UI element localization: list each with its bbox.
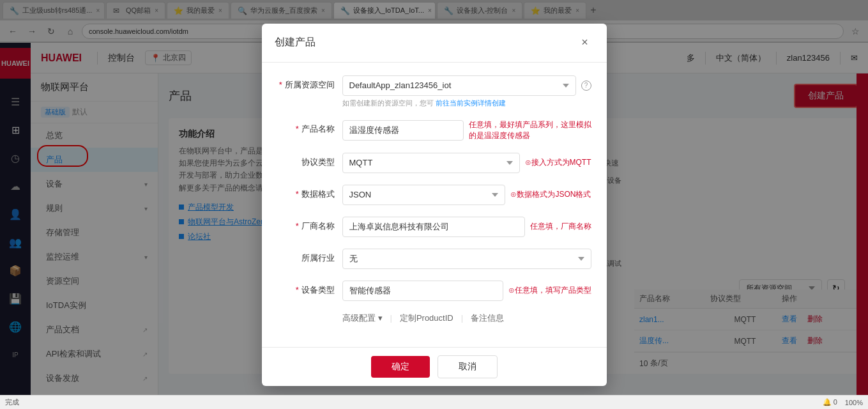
- resource-space-field[interactable]: DefaultApp_zlan123456_iot: [342, 75, 576, 96]
- modal-title: 创建产品: [275, 36, 316, 49]
- status-notifications: 🔔 0: [823, 398, 837, 406]
- remarks-link[interactable]: 备注信息: [471, 313, 504, 324]
- data-format-wrapper: JSON ⊙数据格式为JSON格式: [342, 185, 591, 205]
- form-row-industry: 所属行业 无: [277, 249, 591, 269]
- device-type-note: ⊙任意填，填写产品类型: [508, 285, 591, 296]
- form-row-resource: 所属资源空间 DefaultApp_zlan123456_iot ? 如需创建新…: [277, 75, 591, 108]
- resource-space-hint: 如需创建新的资源空间，您可 前往当前实例详情创建: [342, 98, 591, 108]
- modal-overlay[interactable]: 创建产品 × 所属资源空间 DefaultApp_zlan123456_iot …: [0, 0, 868, 409]
- resource-space-wrapper: DefaultApp_zlan123456_iot ? 如需创建新的资源空间，您…: [342, 75, 591, 108]
- cancel-button[interactable]: 取消: [438, 355, 498, 378]
- advanced-divider2: |: [461, 313, 463, 323]
- advanced-arrow-icon: ▾: [378, 313, 383, 323]
- status-bar: 完成 🔔 0 100%: [0, 395, 868, 409]
- modal-footer: 确定 取消: [262, 347, 607, 386]
- protocol-label: 协议类型: [277, 153, 335, 168]
- data-format-label: 数据格式: [277, 185, 335, 200]
- industry-label: 所属行业: [277, 249, 335, 264]
- data-format-select[interactable]: JSON: [342, 185, 506, 205]
- manufacturer-label: 厂商名称: [277, 217, 335, 232]
- confirm-button[interactable]: 确定: [371, 356, 430, 378]
- advanced-config-btn[interactable]: 高级配置 ▾: [342, 313, 383, 324]
- protocol-select[interactable]: MQTT: [342, 153, 520, 173]
- status-zoom: 100%: [845, 399, 863, 406]
- industry-select[interactable]: 无: [342, 249, 591, 269]
- advanced-config-row: 高级配置 ▾ | 定制ProductID | 备注信息: [277, 313, 591, 324]
- customize-product-id-link[interactable]: 定制ProductID: [400, 313, 453, 324]
- form-row-device-type: 设备类型 ⊙任意填，填写产品类型: [277, 281, 591, 301]
- data-format-note: ⊙数据格式为JSON格式: [510, 189, 591, 200]
- manufacturer-note: 任意填，厂商名称: [530, 221, 591, 232]
- product-name-note: 任意填，最好填产品系列，这里模拟的是温湿度传感器: [469, 120, 597, 141]
- modal-body: 所属资源空间 DefaultApp_zlan123456_iot ? 如需创建新…: [262, 63, 607, 347]
- status-text: 完成: [5, 397, 19, 407]
- resource-space-hint-link[interactable]: 前往当前实例详情创建: [436, 99, 506, 107]
- modal-header: 创建产品 ×: [262, 24, 607, 63]
- manufacturer-wrapper: 任意填，厂商名称: [342, 217, 591, 237]
- device-type-wrapper: ⊙任意填，填写产品类型: [342, 281, 591, 301]
- form-row-product-name: 产品名称 任意填，最好填产品系列，这里模拟的是温湿度传感器: [277, 120, 591, 141]
- modal-close-btn[interactable]: ×: [576, 34, 594, 52]
- protocol-note: ⊙接入方式为MQTT: [525, 157, 591, 168]
- industry-wrapper: 无: [342, 249, 591, 269]
- manufacturer-input[interactable]: [342, 217, 525, 237]
- product-name-label: 产品名称: [277, 120, 335, 135]
- device-type-label: 设备类型: [277, 281, 335, 296]
- resource-space-input-row: DefaultApp_zlan123456_iot ?: [342, 75, 591, 96]
- advanced-divider: |: [390, 313, 392, 323]
- product-name-wrapper: 任意填，最好填产品系列，这里模拟的是温湿度传感器: [342, 120, 591, 141]
- product-name-input[interactable]: [342, 120, 464, 141]
- device-type-input[interactable]: [342, 281, 503, 301]
- resource-space-label: 所属资源空间: [277, 75, 335, 91]
- form-row-data-format: 数据格式 JSON ⊙数据格式为JSON格式: [277, 185, 591, 205]
- form-row-manufacturer: 厂商名称 任意填，厂商名称: [277, 217, 591, 237]
- protocol-wrapper: MQTT ⊙接入方式为MQTT: [342, 153, 591, 173]
- status-right: 🔔 0 100%: [823, 398, 863, 406]
- create-product-modal: 创建产品 × 所属资源空间 DefaultApp_zlan123456_iot …: [262, 24, 607, 386]
- form-row-protocol: 协议类型 MQTT ⊙接入方式为MQTT: [277, 153, 591, 173]
- resource-space-help-icon[interactable]: ?: [581, 81, 591, 91]
